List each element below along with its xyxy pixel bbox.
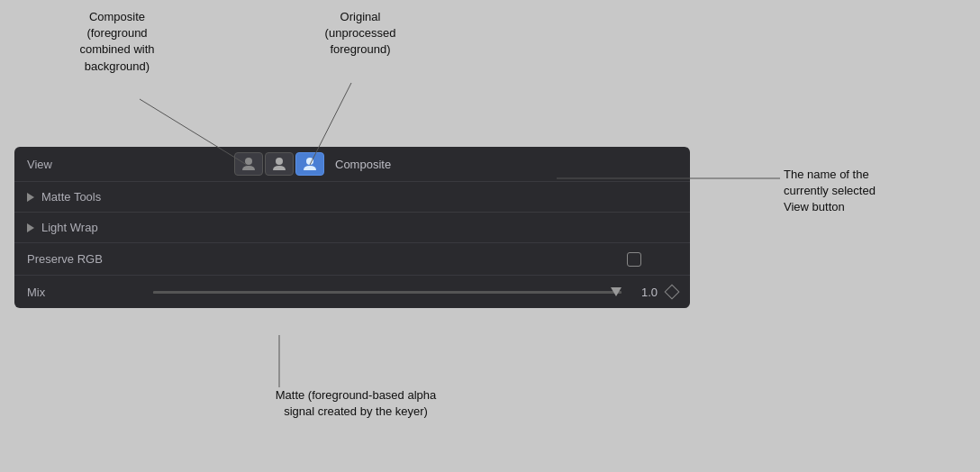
light-wrap-row[interactable]: Light Wrap xyxy=(14,213,690,243)
preserve-rgb-label: Preserve RGB xyxy=(27,252,144,266)
original-annotation: Original(unprocessedforeground) xyxy=(302,9,419,59)
mix-keyframe-diamond[interactable] xyxy=(665,285,680,300)
original-person-icon xyxy=(271,156,287,172)
mix-slider-fill xyxy=(153,291,622,294)
matte-tools-triangle xyxy=(27,193,34,202)
mix-slider-thumb[interactable] xyxy=(611,287,622,296)
view-name-annotation: The name of thecurrently selectedView bu… xyxy=(784,167,964,216)
svg-point-1 xyxy=(276,158,283,165)
preserve-rgb-checkbox[interactable] xyxy=(627,252,641,267)
preserve-rgb-checkbox-area xyxy=(627,252,641,267)
preserve-rgb-row: Preserve RGB xyxy=(14,243,690,276)
matte-tools-label: Matte Tools xyxy=(41,190,101,204)
composite-person-icon xyxy=(302,156,318,172)
mix-value: 1.0 xyxy=(631,286,658,299)
svg-point-2 xyxy=(306,158,313,165)
matte-annotation: Matte (foreground-based alphasignal crea… xyxy=(239,387,473,420)
composite-annotation: Composite(foregroundcombined withbackgro… xyxy=(54,9,180,75)
view-row: View xyxy=(14,147,690,182)
mix-slider-track[interactable] xyxy=(153,291,622,294)
svg-point-0 xyxy=(245,158,252,165)
matte-person-icon xyxy=(240,156,257,172)
mix-row: Mix 1.0 xyxy=(14,276,690,308)
view-label: View xyxy=(27,158,144,171)
selected-view-name: Composite xyxy=(335,158,391,171)
view-btn-original[interactable] xyxy=(265,152,294,176)
keyer-panel: View xyxy=(14,147,690,308)
view-btn-matte[interactable] xyxy=(234,152,263,176)
view-buttons-group xyxy=(234,152,324,176)
mix-label: Mix xyxy=(27,286,144,299)
light-wrap-triangle xyxy=(27,223,34,232)
matte-tools-row[interactable]: Matte Tools xyxy=(14,182,690,213)
view-btn-composite[interactable] xyxy=(295,152,324,176)
light-wrap-label: Light Wrap xyxy=(41,221,98,234)
